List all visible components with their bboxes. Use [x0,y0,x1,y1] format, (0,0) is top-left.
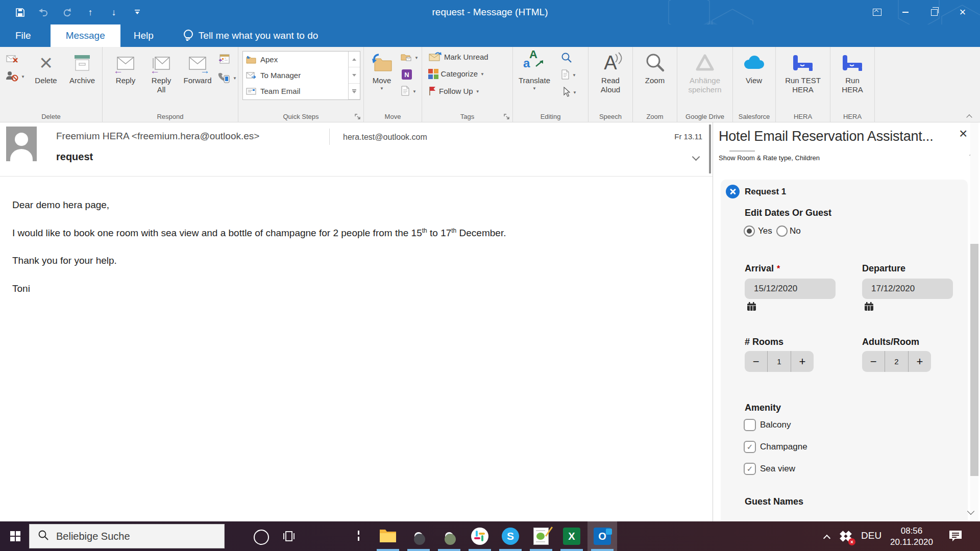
checkbox-balcony[interactable] [744,419,756,431]
tags-dialog-launcher[interactable] [503,113,510,120]
save-icon[interactable] [14,7,26,18]
meeting-button[interactable] [218,53,230,64]
restore-button[interactable] [920,0,948,24]
expand-header-chevron[interactable] [692,154,701,160]
more-respond-actions-button[interactable]: ▼ [217,71,237,84]
mark-unread-button[interactable]: Mark Unread [428,52,488,61]
rooms-increment-button[interactable]: + [791,351,814,372]
taskbar-slack[interactable] [465,521,495,551]
next-item-icon[interactable]: ↓ [108,7,119,18]
onenote-button[interactable]: N [402,69,412,80]
archive-button[interactable]: Archive [64,49,100,85]
run-test-hera-button[interactable]: Run TEST HERA [780,49,826,94]
rooms-decrement-button[interactable]: − [745,351,767,372]
salesforce-view-button[interactable]: View [736,49,772,85]
departure-calendar-icon[interactable] [864,302,874,311]
collapse-ribbon-chevron[interactable] [967,115,973,119]
close-window-button[interactable]: × [948,0,977,24]
taskbar-notepad-plus[interactable] [526,521,556,551]
undo-icon[interactable] [38,7,49,18]
reply-button[interactable]: ← Reply [109,49,142,85]
dropbox-tray-icon[interactable]: × [839,531,854,544]
translate-button[interactable]: A a Translate ▼ [515,49,554,91]
checkbox-champagne[interactable]: ✓ [744,441,756,453]
ribbon-group-google-drive: Anhänge speichern Google Drive [677,47,733,122]
forward-button[interactable]: → Forward [179,49,216,85]
adults-decrement-button[interactable]: − [862,351,885,372]
tray-language-indicator[interactable]: DEU [861,530,881,541]
find-button[interactable] [561,52,572,63]
follow-up-button[interactable]: Follow Up ▼ [428,86,480,96]
taskbar-chrome-2[interactable] [434,521,464,551]
radio-yes-label[interactable]: Yes [758,226,772,236]
adults-increment-button[interactable]: + [909,351,931,372]
email-header: Freemium HERA <freemium.hera@outlook.es>… [0,122,713,177]
tab-file[interactable]: File [4,24,42,47]
categorize-button[interactable]: Categorize ▼ [428,69,484,79]
departure-date-input[interactable]: 17/12/2020 [862,279,953,299]
quick-steps-dialog-launcher[interactable] [354,113,361,120]
panel-scrollbar-thumb[interactable] [970,244,978,476]
taskbar-excel[interactable]: X [557,521,586,551]
task-view-button[interactable] [282,530,296,543]
taskbar-skype[interactable]: S [496,521,525,551]
rules-button[interactable]: ▼ [401,53,419,61]
taskbar-search-input[interactable]: Beliebige Suche [29,524,225,548]
checkbox-sea-view-label[interactable]: Sea view [760,464,795,474]
zoom-button[interactable]: Zoom [637,49,673,85]
block-sender-button[interactable]: ▼ [5,70,25,82]
gallery-more[interactable] [349,84,360,99]
reply-all-button[interactable]: ← Reply All [144,49,178,94]
run-hera-button[interactable]: Run HERA [835,49,870,94]
quick-steps-gallery: Apex To Manager Team Email [242,51,360,100]
checkbox-balcony-label[interactable]: Balcony [760,420,791,430]
tab-message[interactable]: Message [51,24,120,47]
ribbon-display-options-button[interactable] [863,0,891,24]
taskbar-file-explorer[interactable] [373,521,403,551]
outlook-window: ↑ ↓ request - Message (HTML) × File Mess… [0,0,980,551]
quick-step-apex[interactable]: Apex [243,52,348,67]
tray-clock[interactable]: 08:56 20.11.2020 [883,525,940,548]
related-button[interactable]: ▼ [561,69,576,80]
email-recipient[interactable]: hera.test@outlook.com [343,133,427,142]
customize-qat-icon[interactable] [132,7,143,18]
minimize-button[interactable] [891,0,920,24]
quick-step-to-manager[interactable]: To Manager [243,67,348,83]
taskbar-outlook-active[interactable]: O [587,521,617,551]
panel-scroll-down-chevron[interactable] [967,509,975,515]
search-placeholder: Beliebige Suche [56,531,130,542]
archive-icon [72,51,92,74]
ignore-button[interactable] [6,54,18,63]
select-button[interactable]: ▼ [562,87,577,97]
email-sender[interactable]: Freemium HERA <freemium.hera@outlook.es> [56,131,259,142]
gallery-scroll-up[interactable] [349,52,360,67]
previous-item-icon[interactable]: ↑ [85,7,96,18]
tab-help[interactable]: Help [122,24,165,47]
cortana-button[interactable] [254,530,269,545]
quick-step-team-email[interactable]: Team Email [243,83,348,99]
arrival-date-input[interactable]: 15/12/2020 [745,279,836,299]
panel-subtitle[interactable]: Show Room & Rate type, Children [719,154,820,162]
tell-me-box[interactable]: Tell me what you want to do [182,24,318,47]
more-move-actions-button[interactable]: ▼ [401,86,416,96]
message-scrollbar-thumb[interactable] [709,124,711,173]
taskbar-separator [358,531,359,543]
panel-close-icon[interactable]: × [959,127,967,141]
radio-yes[interactable] [744,226,755,237]
taskbar-chrome-1[interactable] [404,521,433,551]
delete-button[interactable]: × Delete [30,49,62,85]
remove-request-icon[interactable] [726,185,740,198]
redo-icon[interactable] [61,7,72,18]
checkbox-sea-view[interactable]: ✓ [744,463,756,475]
move-button[interactable]: Move ▼ [366,49,398,91]
checkbox-champagne-label[interactable]: Champagne [760,442,807,452]
start-button[interactable] [0,521,31,551]
radio-no-label[interactable]: No [790,226,801,236]
gallery-scroll-down[interactable] [349,67,360,83]
arrival-calendar-icon[interactable] [747,302,756,311]
tray-show-hidden-icons-chevron[interactable] [823,535,831,540]
read-aloud-button[interactable]: A Read Aloud [593,49,628,94]
action-center-button[interactable] [948,530,963,543]
team-email-icon [246,88,256,95]
radio-no[interactable] [776,226,788,237]
